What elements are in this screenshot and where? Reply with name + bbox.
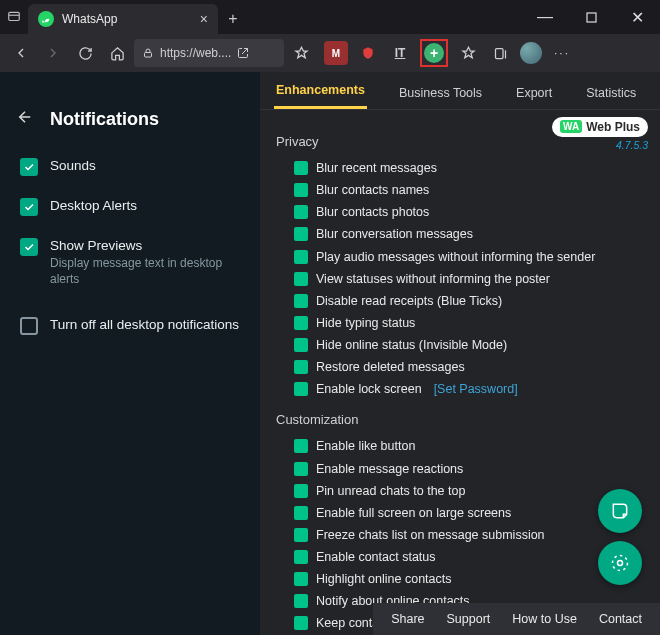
- new-tab-button[interactable]: +: [218, 4, 248, 34]
- toggle-option[interactable]: Enable contact status: [294, 548, 646, 566]
- checkbox-icon[interactable]: [294, 439, 308, 453]
- window: WhatsApp × + — ✕ https://web.... M IT +: [0, 0, 660, 635]
- external-icon: [237, 47, 249, 59]
- toggle-label: Blur recent messages: [316, 159, 437, 177]
- toggle-option[interactable]: Enable full screen on large screens: [294, 504, 646, 522]
- extension-footer: ShareSupportHow to UseContact: [373, 603, 660, 635]
- checkbox-icon[interactable]: [294, 205, 308, 219]
- checkbox-icon[interactable]: [294, 550, 308, 564]
- brand-badge[interactable]: WA Web Plus: [552, 117, 648, 137]
- close-window-button[interactable]: ✕: [614, 0, 660, 34]
- toggle-option[interactable]: View statuses without informing the post…: [294, 270, 646, 288]
- profile-avatar[interactable]: [520, 42, 542, 64]
- settings-fab[interactable]: [598, 541, 642, 585]
- toggle-label: Enable contact status: [316, 548, 436, 566]
- toggle-option[interactable]: Enable message reactions: [294, 460, 646, 478]
- read-aloud-icon[interactable]: [286, 38, 316, 68]
- tab-statistics[interactable]: Statistics: [584, 77, 638, 109]
- checkbox-icon[interactable]: [294, 316, 308, 330]
- svg-point-5: [613, 556, 628, 571]
- checkbox-icon[interactable]: [294, 462, 308, 476]
- toggle-label: Enable lock screen: [316, 380, 422, 398]
- extension-webplus-highlight: +: [420, 39, 448, 67]
- toggle-option[interactable]: Pin unread chats to the top: [294, 482, 646, 500]
- extension-m-icon[interactable]: M: [324, 41, 348, 65]
- footer-link-support[interactable]: Support: [447, 612, 491, 626]
- toggle-option[interactable]: Enable like button: [294, 437, 646, 455]
- toggle-option[interactable]: Blur contacts photos: [294, 203, 646, 221]
- checkbox-checked-icon[interactable]: [20, 238, 38, 256]
- checkbox-icon[interactable]: [294, 360, 308, 374]
- checkbox-unchecked-icon[interactable]: [20, 317, 38, 335]
- checkbox-icon[interactable]: [294, 272, 308, 286]
- address-bar[interactable]: https://web....: [134, 39, 284, 67]
- toggle-option[interactable]: Freeze chats list on message submission: [294, 526, 646, 544]
- checkbox-icon[interactable]: [294, 506, 308, 520]
- tab-close-icon[interactable]: ×: [200, 11, 208, 27]
- checkbox-icon[interactable]: [294, 594, 308, 608]
- toggle-option[interactable]: Hide typing status: [294, 314, 646, 332]
- toggle-option[interactable]: Play audio messages without informing th…: [294, 248, 646, 266]
- forward-button[interactable]: [38, 38, 68, 68]
- extension-adblock-icon[interactable]: [356, 41, 380, 65]
- toggle-option[interactable]: Disable read receipts (Blue Ticks): [294, 292, 646, 310]
- tab-title: WhatsApp: [62, 12, 192, 26]
- toggle-option[interactable]: Hide online status (Invisible Mode): [294, 336, 646, 354]
- toolbar: https://web.... M IT + ···: [0, 34, 660, 72]
- back-button[interactable]: [6, 38, 36, 68]
- toggle-label: Freeze chats list on message submission: [316, 526, 545, 544]
- checkbox-icon[interactable]: [294, 227, 308, 241]
- brand-wa-icon: WA: [560, 120, 582, 133]
- checkbox-icon[interactable]: [294, 294, 308, 308]
- checkbox-icon[interactable]: [294, 572, 308, 586]
- checkbox-icon[interactable]: [294, 382, 308, 396]
- footer-link-how-to-use[interactable]: How to Use: [512, 612, 577, 626]
- toggle-label: Blur contacts names: [316, 181, 429, 199]
- toggle-option[interactable]: Blur contacts names: [294, 181, 646, 199]
- checkbox-icon[interactable]: [294, 528, 308, 542]
- settings-title: Notifications: [50, 109, 159, 130]
- settings-option[interactable]: Show PreviewsDisplay message text in des…: [0, 230, 260, 295]
- footer-link-contact[interactable]: Contact: [599, 612, 642, 626]
- sticker-fab[interactable]: [598, 489, 642, 533]
- checkbox-icon[interactable]: [294, 183, 308, 197]
- toggle-option[interactable]: Blur conversation messages: [294, 225, 646, 243]
- tab-business-tools[interactable]: Business Tools: [397, 77, 484, 109]
- checkbox-icon[interactable]: [294, 161, 308, 175]
- checkbox-icon[interactable]: [294, 616, 308, 630]
- checkbox-checked-icon[interactable]: [20, 158, 38, 176]
- toggle-option[interactable]: Blur recent messages: [294, 159, 646, 177]
- toggle-option[interactable]: Enable lock screen[Set Password]: [294, 380, 646, 398]
- home-button[interactable]: [102, 38, 132, 68]
- extension-brand: WA Web Plus 4.7.5.3: [552, 116, 648, 151]
- tab-enhancements[interactable]: Enhancements: [274, 74, 367, 109]
- svg-rect-1: [587, 13, 596, 22]
- minimize-button[interactable]: —: [522, 0, 568, 34]
- section-title: Customization: [276, 412, 646, 427]
- inline-link[interactable]: [Set Password]: [434, 380, 518, 398]
- checkbox-icon[interactable]: [294, 484, 308, 498]
- toggle-option[interactable]: Highlight online contacts: [294, 570, 646, 588]
- toggle-option[interactable]: Restore deleted messages: [294, 358, 646, 376]
- svg-point-4: [618, 561, 623, 566]
- footer-link-share[interactable]: Share: [391, 612, 424, 626]
- checkbox-icon[interactable]: [294, 250, 308, 264]
- extension-panel: EnhancementsBusiness ToolsExportStatisti…: [260, 72, 660, 635]
- settings-option[interactable]: Desktop Alerts: [0, 190, 260, 224]
- maximize-button[interactable]: [568, 0, 614, 34]
- tab-actions-icon[interactable]: [0, 0, 28, 34]
- settings-option[interactable]: Turn off all desktop notifications: [0, 309, 260, 343]
- tab-export[interactable]: Export: [514, 77, 554, 109]
- checkbox-icon[interactable]: [294, 338, 308, 352]
- settings-option[interactable]: Sounds: [0, 150, 260, 184]
- favorites-icon[interactable]: [456, 41, 480, 65]
- extension-it-icon[interactable]: IT: [388, 41, 412, 65]
- checkbox-checked-icon[interactable]: [20, 198, 38, 216]
- refresh-button[interactable]: [70, 38, 100, 68]
- toggle-label: Blur contacts photos: [316, 203, 429, 221]
- browser-tab[interactable]: WhatsApp ×: [28, 4, 218, 34]
- more-menu-icon[interactable]: ···: [550, 41, 574, 65]
- extension-webplus-icon[interactable]: +: [424, 43, 444, 63]
- collections-icon[interactable]: [488, 41, 512, 65]
- back-icon[interactable]: [16, 108, 36, 130]
